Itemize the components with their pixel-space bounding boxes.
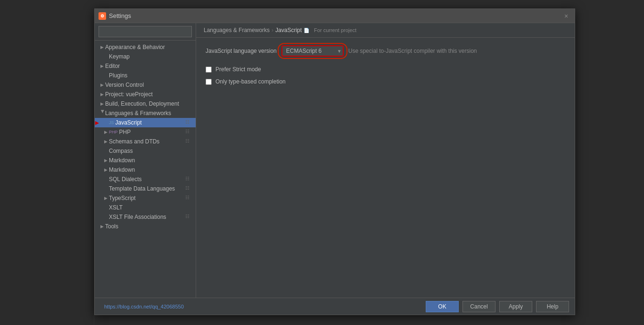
js-icon: JS — [109, 120, 114, 125]
arrow-icon: ▶ — [99, 100, 105, 107]
tree-item-label: Markdown — [109, 167, 192, 173]
edit-icon: ☷ — [185, 176, 192, 183]
only-type-based-checkbox[interactable] — [206, 79, 212, 85]
tree-item-sql-dialects[interactable]: ▶ SQL Dialects ☷ — [95, 175, 196, 184]
close-button[interactable]: × — [561, 11, 571, 21]
tree-item-label: SQL Dialects — [109, 176, 183, 183]
only-type-based-label[interactable]: Only type-based completion — [215, 78, 286, 85]
tree-item-label: XSLT File Associations — [109, 214, 183, 220]
settings-icon: ⚙ — [99, 12, 106, 20]
arrow-icon: ▶ — [99, 82, 105, 88]
arrow-icon: ▶ — [102, 157, 109, 164]
ide-sidebar — [0, 0, 94, 325]
tree-item-label: Build, Execution, Deployment — [105, 100, 192, 107]
arrow-icon: ▶ — [102, 138, 109, 145]
breadcrumb-note: For current project — [314, 27, 356, 33]
tree-item-schemas[interactable]: ▶ Schemas and DTDs ☷ — [95, 137, 196, 146]
tree-item-label: Editor — [105, 63, 192, 69]
cancel-button[interactable]: Cancel — [462, 301, 495, 312]
language-version-row: JavaScript language version ECMAScript 5… — [206, 45, 565, 57]
csdn-link[interactable]: https://blog.csdn.net/qq_42068550 — [104, 304, 184, 309]
tree-item-project[interactable]: ▶ Project: vueProject — [95, 90, 196, 99]
edit-icon: ☷ — [185, 138, 192, 145]
search-input[interactable] — [99, 26, 192, 37]
tree-item-label: Schemas and DTDs — [109, 138, 183, 145]
edit-icon: ☷ — [185, 195, 192, 201]
settings-dialog: ⚙ Settings × ▶ Appearance & Behavior ▶ K… — [94, 8, 575, 315]
tree-item-label: Plugins — [109, 72, 192, 79]
only-type-based-row: Only type-based completion — [206, 78, 565, 85]
page-icon: 📄 — [304, 28, 309, 33]
prefer-strict-mode-label[interactable]: Prefer Strict mode — [215, 66, 261, 73]
edit-icon: ☷ — [185, 185, 192, 192]
prefer-strict-mode-checkbox[interactable] — [206, 67, 212, 73]
special-compiler-label: Use special to-JavaScript compiler with … — [348, 48, 477, 54]
javascript-version-select[interactable]: ECMAScript 5.1 ECMAScript 6 ECMAScript 7… — [281, 45, 344, 57]
tree-item-plugins[interactable]: ▶ Plugins — [95, 71, 196, 80]
red-arrow-annotation: ► — [95, 119, 100, 126]
arrow-icon: ▶ — [99, 91, 105, 98]
settings-content: JavaScript language version ECMAScript 5… — [196, 38, 575, 298]
tree-item-compass[interactable]: ▶ Compass — [95, 146, 196, 156]
tree-item-markdown1[interactable]: ▶ Markdown — [95, 156, 196, 165]
tree-item-label: TypeScript — [109, 195, 183, 201]
php-icon: PHP — [109, 130, 118, 134]
arrow-icon: ▶ — [99, 44, 105, 50]
tree-item-template-data[interactable]: ▶ Template Data Languages ☷ — [95, 184, 196, 193]
tree-item-label: Version Control — [105, 82, 192, 88]
tree-item-xslt[interactable]: ▶ XSLT — [95, 203, 196, 212]
tree-item-xslt-file[interactable]: ▶ XSLT File Associations ☷ — [95, 212, 196, 222]
tree-item-keymap[interactable]: ▶ Keymap — [95, 52, 196, 61]
breadcrumb-part2: JavaScript — [275, 27, 302, 33]
tree-item-build[interactable]: ▶ Build, Execution, Deployment — [95, 99, 196, 108]
tree-item-label: Keymap — [109, 53, 192, 60]
arrow-icon: ▶ — [99, 110, 105, 117]
tree-item-label: XSLT — [109, 204, 192, 211]
tree-item-editor[interactable]: ▶ Editor — [95, 61, 196, 71]
search-box — [95, 23, 196, 41]
right-panel: Languages & Frameworks › JavaScript 📄 Fo… — [196, 23, 575, 298]
tree-item-markdown2[interactable]: ▶ Markdown — [95, 165, 196, 175]
tree-item-languages-frameworks[interactable]: ▶ Languages & Frameworks — [95, 108, 196, 118]
tree-item-label: Tools — [105, 223, 192, 230]
tree-item-label: JavaScript — [116, 119, 183, 126]
breadcrumb-header: Languages & Frameworks › JavaScript 📄 Fo… — [196, 23, 575, 38]
settings-tree: ▶ Appearance & Behavior ▶ Keymap ▶ Edito… — [95, 41, 196, 298]
edit-icon: ☷ — [185, 119, 192, 126]
arrow-icon: ▶ — [102, 129, 109, 135]
edit-icon: ☷ — [185, 214, 192, 220]
arrow-icon: ▶ — [99, 223, 105, 230]
tree-item-label: Compass — [109, 148, 192, 154]
arrow-icon: ▶ — [102, 195, 109, 201]
dialog-footer: https://blog.csdn.net/qq_42068550 OK Can… — [95, 298, 575, 315]
breadcrumb-part1: Languages & Frameworks — [204, 27, 270, 33]
version-dropdown-container: ECMAScript 5.1 ECMAScript 6 ECMAScript 7… — [281, 45, 344, 57]
ok-button[interactable]: OK — [426, 301, 459, 312]
tree-item-typescript[interactable]: ▶ TypeScript ☷ — [95, 193, 196, 203]
tree-item-version-control[interactable]: ▶ Version Control — [95, 80, 196, 90]
tree-item-label: PHP — [119, 129, 183, 135]
tree-item-label: Appearance & Behavior — [105, 44, 192, 50]
tree-item-tools[interactable]: ▶ Tools — [95, 222, 196, 231]
prefer-strict-mode-row: Prefer Strict mode — [206, 66, 565, 73]
arrow-icon: ▶ — [99, 63, 105, 69]
breadcrumb-separator: › — [272, 27, 273, 33]
version-dropdown-wrapper: ECMAScript 5.1 ECMAScript 6 ECMAScript 7… — [281, 45, 344, 57]
tree-item-label: Languages & Frameworks — [105, 110, 192, 117]
tree-item-javascript[interactable]: ► ▶ JS JavaScript ☷ — [95, 118, 196, 127]
dialog-titlebar: ⚙ Settings × — [95, 9, 575, 23]
apply-button[interactable]: Apply — [499, 301, 532, 312]
help-button[interactable]: Help — [536, 301, 569, 312]
tree-item-label: Markdown — [109, 157, 192, 164]
tree-item-appearance[interactable]: ▶ Appearance & Behavior — [95, 42, 196, 52]
arrow-icon: ▶ — [102, 167, 109, 173]
tree-item-label: Template Data Languages — [109, 185, 183, 192]
tree-item-label: Project: vueProject — [105, 91, 192, 98]
dialog-title: Settings — [109, 12, 561, 19]
edit-icon: ☷ — [185, 129, 192, 135]
dialog-body: ▶ Appearance & Behavior ▶ Keymap ▶ Edito… — [95, 23, 575, 298]
left-panel: ▶ Appearance & Behavior ▶ Keymap ▶ Edito… — [95, 23, 196, 298]
language-version-label: JavaScript language version — [206, 48, 277, 54]
tree-item-php[interactable]: ▶ PHP PHP ☷ — [95, 127, 196, 137]
